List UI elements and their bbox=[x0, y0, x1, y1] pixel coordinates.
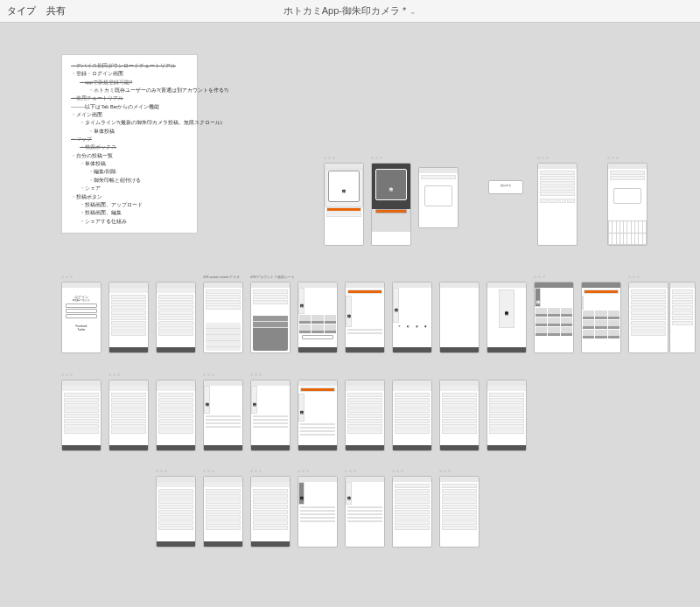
artboard-actionsheet[interactable] bbox=[203, 282, 243, 353]
artboard-row4-5[interactable] bbox=[392, 476, 432, 548]
toolbar-item-share[interactable]: 共有 bbox=[46, 4, 66, 17]
artboard-row3-7[interactable] bbox=[392, 380, 432, 451]
artboard-row3-2[interactable] bbox=[156, 380, 196, 451]
artboard-row4-6[interactable] bbox=[439, 476, 480, 548]
artboard-row4-0[interactable] bbox=[156, 476, 196, 548]
artboard-formlist-1[interactable] bbox=[628, 282, 668, 353]
artboard-list-a[interactable] bbox=[108, 282, 149, 353]
artboard-row3-5[interactable]: 〇〇神社 bbox=[298, 380, 338, 451]
artboard-row3-0[interactable] bbox=[61, 380, 102, 451]
artboard-row3-8[interactable] bbox=[439, 380, 480, 451]
artboard-form[interactable] bbox=[537, 163, 578, 246]
artboard-row4-3[interactable]: 〇〇神社 bbox=[298, 476, 338, 548]
artboard-row3-4[interactable]: 〇〇神社 bbox=[250, 380, 290, 451]
design-canvas[interactable]: ・デバイス初回ダウンロードチュートリアル ・登録・ログイン画面 ・appで新規登… bbox=[0, 23, 700, 607]
artboard-label: iOS action sheet アドオ bbox=[203, 275, 240, 279]
artboard-formlist-2[interactable] bbox=[669, 282, 696, 353]
window-controls bbox=[203, 470, 214, 472]
artboard-row3-6[interactable] bbox=[345, 380, 385, 451]
artboard-row3-1[interactable] bbox=[108, 380, 149, 451]
artboard-camera-dark[interactable]: 〇〇神社 bbox=[371, 163, 411, 246]
artboard-gallery-1[interactable]: 〇〇神社 bbox=[534, 282, 574, 353]
artboard-post-button[interactable]: 投稿する bbox=[488, 180, 523, 194]
artboard-keyboard[interactable] bbox=[607, 163, 648, 246]
chevron-down-icon: ⌄ bbox=[410, 7, 416, 16]
artboard-label: iOSアカウント？追加シート bbox=[250, 275, 295, 279]
artboard-dialog[interactable] bbox=[418, 167, 458, 228]
artboard-list-b[interactable] bbox=[156, 282, 196, 353]
artboard-filter[interactable]: 〇〇神社 ☀◐◑◉ bbox=[392, 282, 432, 353]
notes-text-block[interactable]: ・デバイス初回ダウンロードチュートリアル ・登録・ログイン画面 ・appで新規登… bbox=[61, 54, 198, 234]
artboard-detail-1[interactable]: 〇〇神社 bbox=[345, 282, 385, 353]
window-controls bbox=[156, 470, 167, 472]
document-title[interactable]: ホトカミApp-御朱印カメラ *⌄ bbox=[284, 4, 417, 17]
artboard-row3-3[interactable]: 〇〇神社 bbox=[203, 380, 243, 451]
artboard-row4-2[interactable] bbox=[250, 476, 290, 548]
app-toolbar: タイプ 共有 ホトカミApp-御朱印カメラ *⌄ bbox=[0, 0, 700, 23]
window-controls bbox=[392, 470, 403, 472]
artboard-detail-vert[interactable]: 新潟 〇〇神社 bbox=[486, 282, 527, 353]
artboard-post-preview[interactable]: 〇〇神社 bbox=[298, 282, 338, 353]
artboard-accountsheet[interactable] bbox=[250, 282, 290, 353]
artboard-empty[interactable] bbox=[439, 282, 480, 353]
artboard-camera-preview[interactable]: 〇〇神社 bbox=[324, 163, 364, 246]
artboard-gallery-2[interactable] bbox=[581, 282, 621, 353]
window-controls bbox=[345, 470, 356, 472]
artboard-row3-9[interactable] bbox=[486, 380, 527, 451]
window-controls bbox=[250, 470, 262, 472]
artboard-row4-4[interactable]: 〇〇神社 bbox=[345, 476, 385, 548]
toolbar-item-type[interactable]: タイプ bbox=[7, 4, 36, 17]
window-controls bbox=[298, 470, 309, 472]
artboard-login[interactable]: ログイン or登録？なんか Facebook Twitter bbox=[61, 282, 102, 353]
artboard-row4-1[interactable] bbox=[203, 476, 243, 548]
window-controls bbox=[439, 470, 451, 472]
